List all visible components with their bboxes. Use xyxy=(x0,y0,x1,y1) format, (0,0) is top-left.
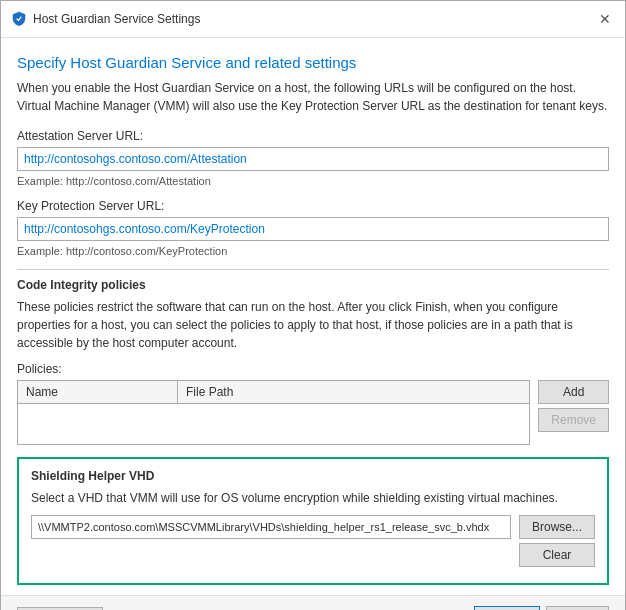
title-bar: Host Guardian Service Settings ✕ xyxy=(1,1,625,38)
shielding-actions: Browse... Clear xyxy=(519,515,595,567)
close-button[interactable]: ✕ xyxy=(595,9,615,29)
key-protection-input[interactable] xyxy=(17,217,609,241)
code-integrity-title: Code Integrity policies xyxy=(17,278,609,292)
cancel-button[interactable]: Cancel xyxy=(546,606,609,610)
shielding-input-row: Browse... Clear xyxy=(31,515,595,567)
attestation-label: Attestation Server URL: xyxy=(17,129,609,143)
browse-button[interactable]: Browse... xyxy=(519,515,595,539)
column-name: Name xyxy=(18,381,178,403)
shield-icon xyxy=(11,11,27,27)
vhd-path-input[interactable] xyxy=(31,515,511,539)
footer-right: Finish Cancel xyxy=(474,606,609,610)
ci-description: These policies restrict the software tha… xyxy=(17,298,609,352)
policies-label: Policies: xyxy=(17,362,609,376)
key-protection-example: Example: http://contoso.com/KeyProtectio… xyxy=(17,245,609,257)
attestation-example: Example: http://contoso.com/Attestation xyxy=(17,175,609,187)
table-body xyxy=(18,404,529,444)
dialog-window: Host Guardian Service Settings ✕ Specify… xyxy=(0,0,626,610)
shielding-description: Select a VHD that VMM will use for OS vo… xyxy=(31,489,595,507)
finish-button[interactable]: Finish xyxy=(474,606,540,610)
add-button[interactable]: Add xyxy=(538,380,609,404)
shielding-section: Shielding Helper VHD Select a VHD that V… xyxy=(17,457,609,585)
dialog-footer: View Script Finish Cancel xyxy=(1,595,625,610)
clear-button[interactable]: Clear xyxy=(519,543,595,567)
divider-1 xyxy=(17,269,609,270)
table-header: Name File Path xyxy=(18,381,529,404)
dialog-content: Specify Host Guardian Service and relate… xyxy=(1,38,625,595)
column-filepath: File Path xyxy=(178,381,241,403)
title-bar-text: Host Guardian Service Settings xyxy=(33,12,595,26)
attestation-input[interactable] xyxy=(17,147,609,171)
key-protection-label: Key Protection Server URL: xyxy=(17,199,609,213)
policies-buttons: Add Remove xyxy=(538,380,609,445)
policies-table: Name File Path xyxy=(17,380,530,445)
shielding-title: Shielding Helper VHD xyxy=(31,469,595,483)
description-text: When you enable the Host Guardian Servic… xyxy=(17,79,609,115)
page-title: Specify Host Guardian Service and relate… xyxy=(17,54,609,71)
remove-button[interactable]: Remove xyxy=(538,408,609,432)
policies-area: Name File Path Add Remove xyxy=(17,380,609,445)
